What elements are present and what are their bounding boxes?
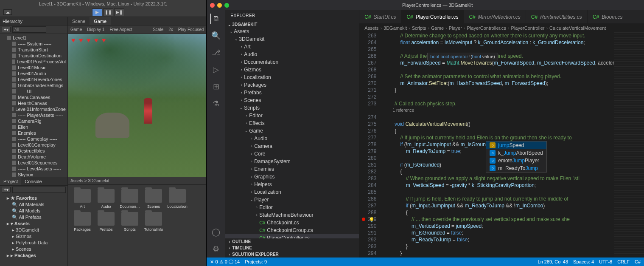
hierarchy-item[interactable]: ----- System ----- [0,41,67,47]
code-line[interactable]: m_VerticalSpeed = -gravity * k_StickingG… [383,182,614,189]
hierarchy-item[interactable]: ----- Gameplay ----- [0,136,67,142]
console-tab[interactable]: Console [21,177,45,185]
file-item[interactable]: C#CheckpointGroup.cs [225,226,359,234]
scale-value[interactable]: 2x [168,27,173,32]
folder-item[interactable]: ›Documentation [225,58,359,66]
code-line[interactable] [383,93,614,100]
breadcrumb-segment[interactable]: PlayerController.cs [467,24,506,32]
folder-item[interactable]: ›Helpers [225,181,359,188]
folder-item[interactable]: ›Camera [225,142,359,150]
folder-item[interactable]: Art [72,189,92,209]
intellisense-item[interactable]: ○k_JumpAbortSpeed [486,149,546,157]
folder-item[interactable]: Scripts [120,212,140,232]
source-control-icon[interactable]: ⎇ [211,48,221,58]
code-line[interactable]: // Called each physics step. [383,100,614,107]
folder-item[interactable]: Prefabs [96,212,116,232]
hierarchy-item[interactable]: Level01ReverbZones [0,76,67,82]
editor-tab[interactable]: C#PlayerController.cs [401,10,464,23]
hierarchy-item[interactable]: TransitionDestination [0,53,67,59]
breadcrumb-segment[interactable]: PlayerController [511,24,545,32]
folder-item[interactable]: ›Editor [225,112,359,119]
folder-item[interactable]: ›Effects [225,119,359,127]
code-line[interactable]: // If jump is not currently held and Ell… [383,134,614,141]
folder-item[interactable]: ›Audio [225,51,359,58]
project-root-header[interactable]: ⌄3DGAMEKIT [225,21,359,28]
hierarchy-item[interactable]: Level01PostProcessVol [0,59,67,65]
game-dropdown[interactable]: Game [70,27,82,32]
status-spaces[interactable]: Spaces: 4 [573,259,594,264]
game-viewport[interactable]: ♥ ♥ ♥ ♥ ♥ [68,34,206,177]
status-errors[interactable]: ✕ 0 ⚠ 0 ⓘ 14 [210,259,240,265]
account-dropdown[interactable]: ☁ [3,9,12,15]
code-content[interactable]: bool bool.operator !(bool value) ○jumpSp… [383,32,614,258]
breadcrumb-segment[interactable]: Scripts [412,24,426,32]
intellisense-item[interactable]: ○jumpSpeed [486,141,546,149]
project-tree-item[interactable]: ▸ ★ Favorites [0,195,67,201]
hierarchy-item[interactable]: Destructibles [0,148,67,154]
scene-tab[interactable]: Scene [68,17,90,25]
test-icon[interactable]: ⚗ [211,99,221,109]
hierarchy-tab[interactable]: Hierarchy [0,17,67,25]
window-close-button[interactable] [210,3,215,8]
hierarchy-item[interactable]: GlobalShaderSettings [0,82,67,88]
folder-item[interactable]: ›Audio [225,135,359,142]
folder-item[interactable]: ›Packages [225,81,359,89]
breadcrumb-segment[interactable]: Game [431,24,444,32]
status-lang[interactable]: C# [635,259,641,264]
folder-item[interactable]: ⌄Assets [225,28,359,35]
status-position[interactable]: Ln 289, Col 43 [538,259,568,264]
hierarchy-item[interactable]: Level01Sequences [0,160,67,166]
code-line[interactable]: { [383,209,614,216]
code-line[interactable] [383,114,614,121]
window-minimize-button[interactable] [217,3,222,8]
window-maximize-button[interactable] [224,3,229,8]
folder-item[interactable]: ›StateMachineBehaviour [225,211,359,219]
folder-item[interactable]: ›Editor [225,204,359,211]
account-icon[interactable]: ◯ [211,227,221,237]
breadcrumb-segment[interactable]: Player [449,24,462,32]
folder-item[interactable]: ›DamageSystem [225,158,359,165]
hierarchy-item[interactable]: ----- LevelAssets ----- [0,166,67,172]
hierarchy-item[interactable]: Level01Music [0,65,67,71]
hierarchy-item[interactable]: CameraRig [0,118,67,124]
project-tab[interactable]: Project [0,177,21,185]
code-line[interactable]: } [383,87,614,93]
project-tree-item[interactable]: 🔍 All Models [0,208,67,214]
folder-item[interactable]: ›Localization [225,74,359,81]
code-line[interactable]: { [383,127,614,134]
hierarchy-item[interactable]: Level01Audio [0,71,67,76]
hierarchy-item[interactable]: Level1 [0,35,67,41]
hierarchy-item[interactable]: ----- UI ----- [0,88,67,94]
code-line[interactable]: } [383,243,614,250]
file-item[interactable]: C#Checkpoint.cs [225,219,359,226]
folder-item[interactable]: ⌄Scripts [225,104,359,112]
code-line[interactable]: m_ReadyToJump = false; [383,236,614,243]
status-projects[interactable]: Projects: 9 [245,259,267,264]
lightbulb-icon[interactable]: 💡 [369,216,375,223]
folder-item[interactable]: ⌄Game [225,127,359,135]
aspect-dropdown[interactable]: Free Aspect [109,27,132,32]
folder-item[interactable]: Scenes [143,189,164,209]
codelens[interactable]: 1 reference [383,107,614,114]
breadcrumb-segment[interactable]: CalculateVerticalMovement [549,24,606,32]
project-tree-item[interactable]: ▸ 3DGamekit [0,227,67,233]
code-line[interactable]: m_VerticalSpeed = jumpSpeed; [383,223,614,229]
code-line[interactable]: float acceleration = IsMoveInput ? k_Gro… [383,39,614,46]
project-tree-item[interactable]: ▸ ▸ Packages [0,252,67,259]
project-breadcrumb[interactable]: Assets > 3DGamekit [68,177,206,185]
pause-button[interactable]: ❚❚ [103,8,113,16]
code-line[interactable]: // ... then override the previously set … [383,216,614,223]
search-icon[interactable]: 🔍 [211,31,221,41]
code-line[interactable]: else [383,257,614,258]
code-line[interactable] [383,66,614,73]
folder-item[interactable]: ›Localization [225,188,359,196]
create-button[interactable]: +▾ [2,27,11,32]
editor-tab[interactable]: C#Bloom.cs [588,10,628,23]
hierarchy-item[interactable]: HealthCanvas [0,100,67,106]
timeline-section[interactable]: ›TIMELINE [225,245,359,251]
code-line[interactable]: // Adjust the forward speed towards the … [383,53,614,59]
editor-tab[interactable]: C#MirrorReflection.cs [464,10,526,23]
editor-tab[interactable]: C#RuntimeUtilities.cs [526,10,588,23]
hierarchy-item[interactable]: TransitionStart [0,47,67,53]
code-line[interactable]: // When grounded we apply a slight negat… [383,175,614,182]
